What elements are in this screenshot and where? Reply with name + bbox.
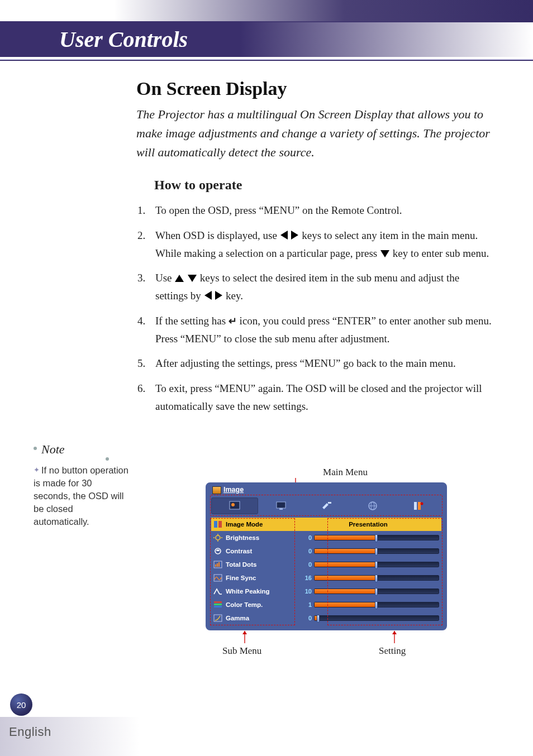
osd-row-value-num: 1	[297, 601, 312, 608]
svg-rect-5	[279, 508, 283, 510]
svg-rect-27	[214, 601, 222, 603]
banner-rule	[0, 59, 533, 61]
osd-diagram: Main Menu Image Image ModePresenta	[206, 467, 451, 630]
language-label: English	[9, 725, 51, 739]
step-3: Use keys to select the desired item in t…	[136, 269, 494, 305]
triangle-down-icon	[380, 250, 389, 257]
setup-tab-icon	[321, 501, 333, 511]
osd-tab-image	[211, 497, 258, 514]
page-heading: On Screen Display	[136, 78, 494, 99]
osd-row-slider	[314, 615, 439, 621]
osd-tab-screen	[258, 497, 304, 514]
osd-row-icon	[213, 587, 222, 595]
osd-row-label: Contrast	[226, 548, 297, 554]
osd-row: Fine Sync16	[211, 571, 441, 585]
osd-row: Image ModePresentation	[211, 518, 441, 531]
osd-row: Color Temp.1	[211, 598, 441, 611]
svg-rect-14	[218, 521, 222, 528]
svg-rect-10	[414, 502, 417, 510]
osd-row-icon	[213, 520, 222, 528]
osd-row-label: Color Temp.	[226, 601, 297, 608]
osd-tab-setup	[304, 497, 350, 514]
callout-arrow-submenu-icon	[241, 631, 248, 645]
main-content: On Screen Display The Projector has a mu…	[136, 78, 494, 422]
svg-rect-29	[214, 606, 222, 607]
osd-tab-info	[396, 497, 441, 514]
osd-row-value-num: 0	[297, 561, 312, 568]
osd-row-slider	[314, 575, 439, 581]
image-tab-icon	[229, 501, 240, 511]
osd-tabs	[208, 495, 445, 518]
globe-tab-icon	[367, 501, 378, 511]
osd-row-label: Total Dots	[226, 561, 297, 568]
svg-marker-34	[392, 631, 397, 634]
triangle-left-icon	[280, 231, 288, 240]
osd-row-label: Fine Sync	[226, 575, 297, 581]
osd-row-label: Image Mode	[226, 521, 297, 528]
page-number-badge: 20	[10, 693, 32, 716]
osd-row-value-num: 16	[297, 575, 312, 581]
osd-row: Brightness0	[211, 531, 441, 544]
triangle-right-icon	[291, 231, 298, 240]
svg-rect-6	[328, 502, 331, 504]
step-4: If the setting has ↵ icon, you could pre…	[136, 312, 494, 348]
svg-point-15	[216, 535, 220, 540]
steps-list: To open the OSD, press “MENU” on the Rem…	[136, 202, 494, 415]
step-5: After adjusting the settings, press “MEN…	[136, 355, 494, 372]
triangle-right-icon	[215, 291, 222, 300]
osd-tab-language	[350, 497, 396, 514]
osd-row-slider	[314, 602, 439, 607]
subheading: How to operate	[154, 178, 494, 193]
osd-row-slider	[314, 548, 439, 554]
osd-row: Gamma0	[211, 611, 441, 625]
triangle-down-icon	[188, 275, 197, 282]
intro-paragraph: The Projector has a multilingual On Scre…	[136, 105, 494, 162]
screen-tab-icon	[275, 501, 287, 511]
osd-row-icon	[213, 547, 222, 555]
osd-row-value-num: 10	[297, 588, 312, 595]
osd-row-icon	[213, 534, 222, 542]
label-setting: Setting	[379, 645, 406, 657]
svg-point-12	[421, 503, 423, 505]
svg-marker-32	[242, 631, 247, 634]
osd-row: Total Dots0	[211, 558, 441, 571]
osd-row-value-num: 0	[297, 615, 312, 621]
label-main-menu: Main Menu	[239, 467, 451, 478]
osd-window: Image Image ModePresentationBrightness0C…	[206, 482, 447, 630]
osd-row: White Peaking10	[211, 585, 441, 598]
svg-rect-11	[418, 502, 421, 510]
osd-row-icon	[213, 574, 222, 582]
osd-body: Image ModePresentationBrightness0Contras…	[208, 518, 445, 625]
svg-rect-28	[214, 604, 222, 605]
svg-rect-22	[215, 564, 216, 567]
section-banner-title: User Controls	[59, 26, 188, 52]
note-body: ✦If no button operation is made for 30 s…	[34, 464, 129, 528]
enter-icon: ↵	[229, 313, 237, 330]
triangle-up-icon	[175, 275, 184, 282]
osd-row-label: Gamma	[226, 615, 297, 621]
svg-rect-24	[218, 562, 220, 567]
osd-row-icon	[213, 561, 222, 568]
osd-row-value-num: 0	[297, 548, 312, 554]
header-gradient	[114, 0, 533, 22]
step-6: To exit, press “MENU” again. The OSD wil…	[136, 380, 494, 416]
step-2: When OSD is displayed, use keys to selec…	[136, 227, 494, 263]
osd-row-icon	[213, 614, 222, 622]
osd-row-value-text: Presentation	[297, 521, 439, 528]
triangle-left-icon	[204, 291, 212, 300]
svg-rect-13	[214, 521, 217, 528]
section-banner: User Controls	[0, 21, 533, 57]
osd-row-icon	[213, 601, 222, 609]
svg-point-3	[231, 503, 235, 506]
label-sub-menu: Sub Menu	[222, 645, 261, 657]
svg-rect-4	[277, 502, 285, 508]
svg-rect-2	[230, 501, 240, 509]
note-header: Note	[34, 441, 129, 458]
note-sidebar: Note ✦If no button operation is made for…	[34, 441, 129, 528]
osd-row-slider	[314, 562, 439, 567]
info-tab-icon	[413, 501, 424, 511]
svg-rect-23	[217, 563, 218, 567]
osd-row: Contrast0	[211, 544, 441, 558]
osd-row-slider	[314, 588, 439, 594]
callout-arrow-setting-icon	[391, 631, 398, 645]
